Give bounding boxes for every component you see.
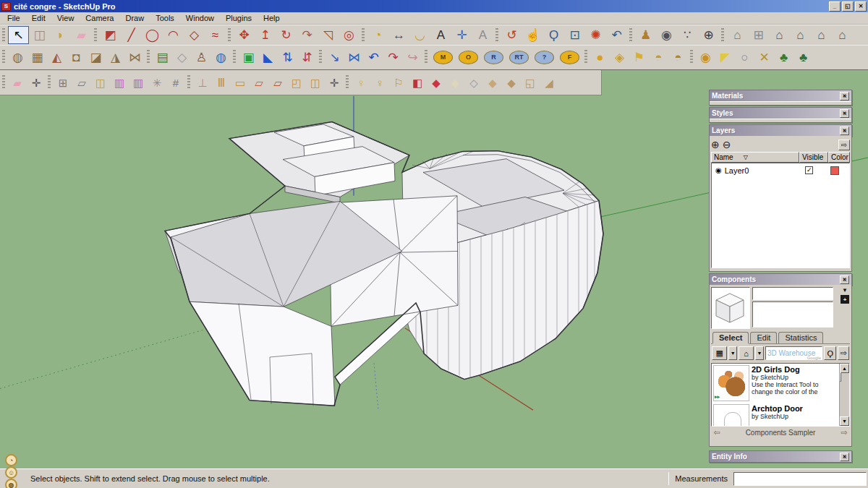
rectangle-tool-icon[interactable]: ◩ <box>100 26 121 44</box>
pin-marker-2-icon[interactable]: ♀ <box>370 74 389 91</box>
sandbox-from-contours-icon[interactable]: ◍ <box>8 48 27 67</box>
status-instructor-icon[interactable]: ◔ <box>5 454 17 466</box>
component-options-caret[interactable]: ▼ <box>842 287 848 294</box>
collection-prev-icon[interactable]: ⇦ <box>711 428 723 437</box>
arrows-down-up-icon[interactable]: ⇵ <box>297 48 317 67</box>
component-thumbnail[interactable]: ▸▸ <box>713 404 749 427</box>
toolbar-grip[interactable] <box>147 50 150 64</box>
wedge-tan-icon[interactable]: ◢ <box>540 74 558 91</box>
toolbar-grip[interactable] <box>690 50 693 64</box>
crossed-tools-icon[interactable]: ✕ <box>754 48 774 67</box>
smoove-tool-icon[interactable]: ◭ <box>47 48 67 67</box>
components-details-button[interactable]: ⇨ <box>838 346 849 360</box>
tree-component-1-icon[interactable]: ♣ <box>774 48 793 67</box>
look-around-tool-icon[interactable]: ◉ <box>656 26 677 44</box>
box-pair-icon[interactable]: ◫ <box>306 74 325 91</box>
line-tool-icon[interactable]: ╱ <box>121 26 142 44</box>
measurements-input[interactable] <box>733 472 867 486</box>
grid-star-icon[interactable]: ✳ <box>148 74 166 91</box>
toolbar-grip[interactable] <box>319 50 322 64</box>
sheet-white-icon[interactable]: ◇ <box>464 74 483 91</box>
component-description-field[interactable] <box>752 301 833 328</box>
component-thumbnail[interactable]: ▸▸ <box>713 365 749 401</box>
menu-view[interactable]: View <box>51 13 80 23</box>
menu-file[interactable]: File <box>1 13 26 23</box>
entity-info-header[interactable]: Entity Info ✕ <box>710 451 851 462</box>
spotlight-icon[interactable]: ◤ <box>715 48 735 67</box>
view-options-icon[interactable]: ▦ <box>712 346 727 360</box>
text-tool-icon[interactable]: A <box>430 26 451 44</box>
google-earth-icon[interactable]: ◍ <box>211 48 231 67</box>
collection-next-icon[interactable]: ⇨ <box>838 428 850 437</box>
styles-header[interactable]: Styles ✕ <box>710 108 851 119</box>
component-name-field[interactable] <box>752 287 833 300</box>
red-box-sheet-icon[interactable]: ◧ <box>408 74 427 91</box>
components-header[interactable]: Components ✕ <box>710 274 851 285</box>
toolbar-grip[interactable] <box>629 28 632 43</box>
plugin-blue-wedge-icon[interactable]: ◣ <box>258 48 278 67</box>
drape-tool-icon[interactable]: ◪ <box>86 48 106 67</box>
toolbar-grip[interactable] <box>495 28 498 43</box>
menu-draw[interactable]: Draw <box>119 13 150 23</box>
toolbar-grip[interactable] <box>346 75 349 90</box>
bent-arrow-icon[interactable]: ↪ <box>403 48 422 67</box>
menu-window[interactable]: Window <box>180 13 220 23</box>
zoom-previous-tool-icon[interactable]: ↶ <box>606 26 627 44</box>
front-view-icon[interactable]: ⌂ <box>769 26 790 44</box>
rotate-tool-icon[interactable]: ↻ <box>276 26 297 44</box>
zoom-window-tool-icon[interactable]: ⊡ <box>564 26 585 44</box>
zoom-extents-tool-icon[interactable]: ✺ <box>585 26 606 44</box>
ball-ring-icon[interactable]: ◉ <box>696 48 715 67</box>
toggle-terrain-icon[interactable]: ◇ <box>172 48 192 67</box>
title-bar[interactable]: S cité congre - SketchUp Pro _ ◱ ✕ <box>0 0 868 12</box>
grid-pink-1-icon[interactable]: ▥ <box>110 74 129 91</box>
toolbar-grip[interactable] <box>425 50 427 64</box>
layers-column-color[interactable]: Color <box>828 152 850 163</box>
grid-hash-icon[interactable]: # <box>166 74 185 91</box>
add-detail-tool-icon[interactable]: ◮ <box>106 48 125 67</box>
slab-red-2-icon[interactable]: ▱ <box>268 74 287 91</box>
layers-details-button[interactable]: ⇨ <box>838 140 850 150</box>
freehand-tool-icon[interactable]: ≈ <box>205 26 226 44</box>
components-close-icon[interactable]: ✕ <box>840 275 849 284</box>
move-tool-icon[interactable]: ✥ <box>234 26 255 44</box>
get-current-view-icon[interactable]: ▤ <box>153 48 172 67</box>
styles-close-icon[interactable]: ✕ <box>840 109 849 118</box>
layer-row[interactable]: ◉ Layer0 ✓ <box>712 163 849 176</box>
offset-tool-icon[interactable]: ◎ <box>339 26 359 44</box>
guide-posts-icon[interactable]: Ⅲ <box>212 74 231 91</box>
select-tool-icon[interactable]: ↖ <box>8 26 29 44</box>
guide-eraser-icon[interactable]: ▰ <box>8 74 27 91</box>
toolbar-grip[interactable] <box>721 28 724 43</box>
active-layer-radio[interactable]: ◉ <box>715 166 722 174</box>
search-icon[interactable]: Ϙ <box>824 346 836 360</box>
remove-layer-button[interactable]: ⊖ <box>723 140 731 150</box>
position-camera-tool-icon[interactable]: ♟ <box>635 26 656 44</box>
paint-bucket-icon[interactable]: ◗ <box>50 26 71 44</box>
menu-help[interactable]: Help <box>258 13 286 23</box>
component-list-item[interactable]: ▸▸ Archtop Door by SketchUp <box>712 403 843 427</box>
toolbar-grip[interactable] <box>48 75 51 90</box>
status-geolocation-icon[interactable]: ◍ <box>5 479 17 488</box>
push-pull-tool-icon[interactable]: ↥ <box>255 26 276 44</box>
dome-1-icon[interactable]: ◓ <box>649 48 668 67</box>
menu-edit[interactable]: Edit <box>26 13 51 23</box>
eraser-tool-icon[interactable]: ▰ <box>71 26 92 44</box>
component-list-item[interactable]: ▸▸ 2D Girls Dog by SketchUp Use the Inte… <box>712 364 843 403</box>
follow-me-tool-icon[interactable]: ↷ <box>297 26 318 44</box>
layer-color-swatch[interactable] <box>830 166 839 175</box>
slab-red-1-icon[interactable]: ▱ <box>250 74 268 91</box>
box-corner-icon[interactable]: ◰ <box>287 74 306 91</box>
restore-button[interactable]: ◱ <box>842 1 854 12</box>
tape-measure-tool-icon[interactable]: ◔ <box>367 26 388 44</box>
toolbar-grip[interactable] <box>233 50 236 64</box>
make-component-icon[interactable]: ◫ <box>29 26 50 44</box>
arrows-up-down-icon[interactable]: ⇅ <box>278 48 297 67</box>
plugin-multi-square-icon[interactable]: ▣ <box>239 48 258 67</box>
dimension-tool-icon[interactable]: ↔ <box>388 26 409 44</box>
materials-close-icon[interactable]: ✕ <box>840 92 849 100</box>
prism-tan-icon[interactable]: ◆ <box>483 74 502 91</box>
toolbar-grip[interactable] <box>94 28 97 43</box>
view-options-caret[interactable]: ▼ <box>728 346 737 360</box>
home-caret[interactable]: ▼ <box>755 346 764 360</box>
